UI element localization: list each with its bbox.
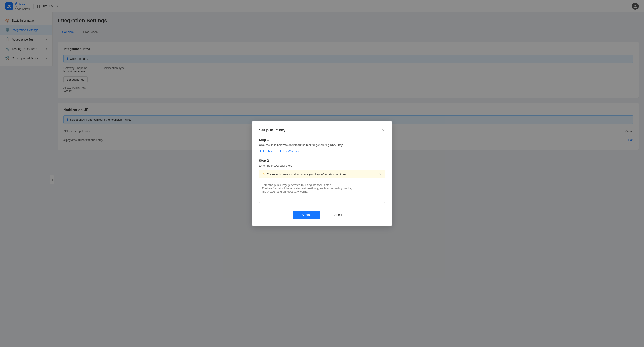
download-mac-link[interactable]: ⬇ For Mac: [259, 149, 274, 153]
step1-section: Step 1 Click the links below to download…: [259, 138, 385, 153]
download-windows-link[interactable]: ⬇ For Windows: [279, 149, 300, 153]
download-mac-label: For Mac: [263, 150, 274, 153]
modal-overlay: Set public key ✕ Step 1 Click the links …: [0, 0, 644, 347]
set-public-key-modal: Set public key ✕ Step 1 Click the links …: [252, 121, 392, 226]
download-windows-icon: ⬇: [279, 149, 282, 153]
cancel-button[interactable]: Cancel: [324, 211, 351, 219]
download-links: ⬇ For Mac ⬇ For Windows: [259, 149, 385, 153]
step2-title: Step 2: [259, 158, 385, 162]
modal-title: Set public key: [259, 128, 286, 132]
security-warning: ⚠ For security reasons, don't share your…: [259, 170, 385, 178]
warning-close-button[interactable]: ✕: [379, 172, 382, 176]
warning-text: For security reasons, don't share your k…: [267, 172, 347, 176]
modal-header: Set public key ✕: [259, 128, 385, 132]
modal-close-button[interactable]: ✕: [382, 128, 385, 132]
download-windows-label: For Windows: [283, 150, 300, 153]
step2-section: Step 2 Enter the RSA2 public key ⚠ For s…: [259, 158, 385, 204]
public-key-textarea[interactable]: [259, 181, 385, 203]
submit-button[interactable]: Submit: [293, 211, 320, 219]
step1-description: Click the links below to download the to…: [259, 143, 385, 146]
modal-footer: Submit Cancel: [259, 211, 385, 219]
warning-icon: ⚠: [262, 172, 265, 176]
step1-title: Step 1: [259, 138, 385, 142]
step2-description: Enter the RSA2 public key: [259, 164, 385, 167]
download-mac-icon: ⬇: [259, 149, 262, 153]
